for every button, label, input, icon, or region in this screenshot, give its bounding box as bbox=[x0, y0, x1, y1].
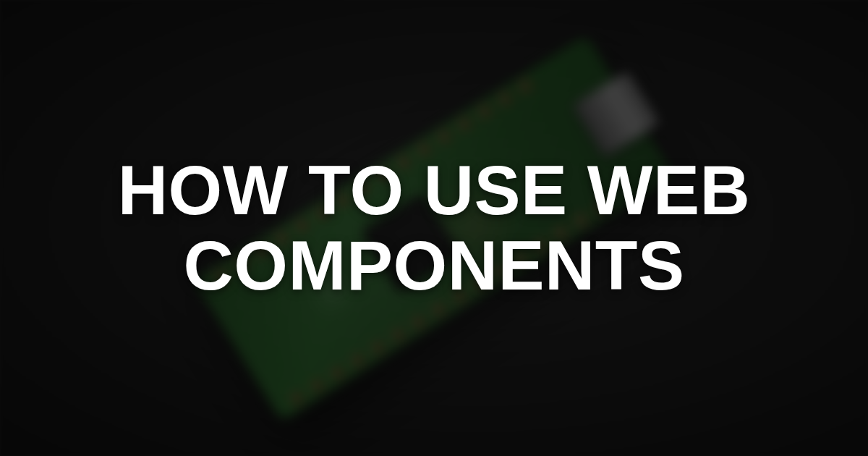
page-title: HOW TO USE WEB COMPONENTS bbox=[118, 153, 751, 303]
title-container: HOW TO USE WEB COMPONENTS bbox=[0, 0, 868, 456]
